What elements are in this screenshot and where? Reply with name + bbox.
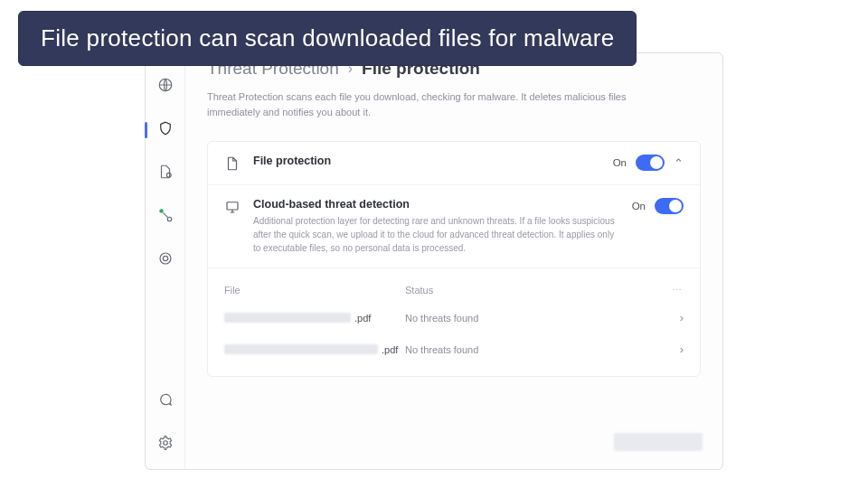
setting-row-cloud-detection: Cloud-based threat detection Additional … [208, 185, 700, 268]
sidebar-item-chat[interactable] [154, 389, 177, 413]
shield-icon [157, 120, 174, 140]
sidebar-item-shield[interactable] [154, 118, 177, 142]
column-header-file: File [224, 285, 405, 296]
setting-title: Cloud-based threat detection [253, 198, 619, 211]
monitor-icon [224, 199, 241, 215]
settings-card: File protection On ⌃ Cloud-based threat … [207, 141, 701, 377]
file-extension: .pdf [382, 344, 398, 355]
sidebar-item-globe[interactable] [154, 75, 177, 99]
sidebar-item-settings[interactable] [154, 433, 177, 456]
svg-point-1 [166, 173, 171, 177]
table-row[interactable]: .pdf No threats found › [224, 302, 684, 333]
table-row[interactable]: .pdf No threats found › [224, 333, 684, 365]
footer-placeholder [614, 433, 703, 451]
info-banner: File protection can scan downloaded file… [18, 11, 637, 66]
file-icon [157, 164, 174, 183]
page-description: Threat Protection scans each file you do… [207, 89, 668, 119]
svg-point-6 [163, 441, 167, 446]
toggle-cloud-detection[interactable] [655, 198, 684, 214]
svg-rect-7 [227, 202, 238, 210]
sidebar-item-target[interactable] [154, 249, 177, 272]
chat-icon [157, 391, 174, 411]
chevron-right-icon: › [680, 311, 684, 324]
file-shield-icon [224, 155, 241, 172]
setting-description: Additional protection layer for detectin… [253, 214, 615, 255]
status-label: On [632, 201, 646, 211]
file-status: No threats found [405, 344, 656, 355]
more-menu-button[interactable]: ⋯ [656, 285, 684, 296]
filename-redacted [224, 344, 378, 354]
svg-point-3 [167, 217, 172, 221]
status-label: On [613, 157, 627, 168]
target-icon [157, 250, 174, 270]
chevron-up-icon[interactable]: ⌃ [674, 156, 684, 170]
main-content: Threat Protection › File protection Thre… [185, 53, 722, 469]
filename-redacted [224, 313, 351, 323]
toggle-file-protection[interactable] [636, 155, 665, 171]
setting-row-file-protection: File protection On ⌃ [208, 142, 700, 185]
sidebar [146, 53, 185, 469]
globe-icon [157, 77, 174, 97]
setting-title: File protection [253, 155, 600, 167]
svg-point-4 [160, 253, 171, 264]
sidebar-item-network[interactable] [154, 205, 177, 229]
svg-point-2 [159, 209, 164, 213]
svg-point-5 [163, 256, 167, 260]
column-header-status: Status [405, 285, 656, 296]
scanned-files-table: File Status ⋯ .pdf No threats found › .p… [208, 268, 700, 376]
file-status: No threats found [405, 313, 656, 324]
app-window: Threat Protection › File protection Thre… [145, 52, 723, 470]
network-icon [157, 207, 174, 227]
file-extension: .pdf [354, 313, 371, 324]
chevron-right-icon: › [680, 343, 684, 356]
gear-icon [157, 435, 174, 455]
sidebar-item-file[interactable] [154, 162, 177, 185]
